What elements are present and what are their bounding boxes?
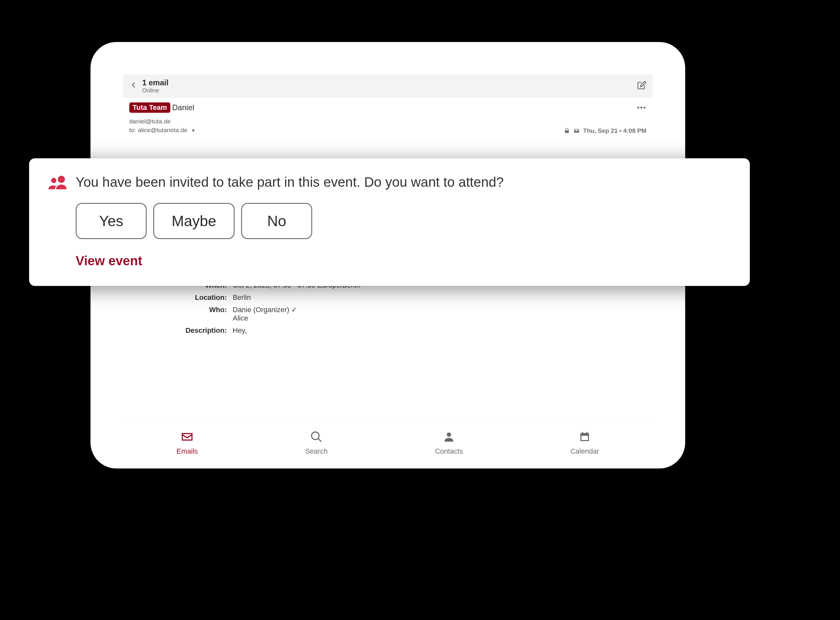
chevron-down-icon: ▼	[191, 128, 196, 133]
to-prefix: to:	[129, 126, 138, 134]
mail-icon	[181, 430, 194, 445]
who-line-2: Alice	[233, 314, 297, 322]
lock-icon	[564, 128, 570, 134]
bottom-nav: Emails Search Contacts Calendar	[123, 422, 653, 468]
nav-emails-label: Emails	[176, 447, 198, 456]
svg-point-4	[51, 178, 56, 183]
who-value: Danie (Organizer) ✓ Alice	[233, 305, 297, 322]
address-block: daniel@tuta.de to: alice@tutanota.de ▼	[129, 117, 564, 134]
popup-header: You have been invited to take part in th…	[48, 175, 730, 190]
person-icon	[443, 430, 455, 445]
to-line[interactable]: to: alice@tutanota.de ▼	[129, 126, 564, 135]
nav-contacts[interactable]: Contacts	[435, 430, 463, 456]
meta-block: Thu, Sep 21 • 4:08 PM	[564, 127, 646, 134]
calendar-icon	[578, 430, 591, 445]
location-value: Berlin	[233, 293, 251, 302]
search-icon	[310, 430, 323, 445]
description-value: Hey,	[233, 326, 247, 335]
maybe-button[interactable]: Maybe	[153, 203, 235, 239]
sender-row: Tuta Team Daniel •••	[123, 98, 653, 117]
view-event-link[interactable]: View event	[75, 254, 730, 268]
svg-point-0	[312, 432, 319, 439]
no-button[interactable]: No	[241, 203, 312, 239]
description-label: Description:	[136, 326, 233, 335]
response-buttons: Yes Maybe No	[75, 203, 730, 239]
nav-calendar-label: Calendar	[571, 447, 599, 456]
sender-name: Daniel	[172, 103, 194, 112]
inbox-icon	[574, 128, 580, 134]
who-label: Who:	[136, 305, 233, 322]
more-options-button[interactable]: •••	[637, 103, 646, 112]
invite-prompt: You have been invited to take part in th…	[75, 175, 504, 190]
address-row: daniel@tuta.de to: alice@tutanota.de ▼ T…	[123, 117, 653, 139]
compose-button[interactable]	[637, 81, 646, 92]
header-subtitle: Online	[142, 87, 637, 94]
from-address: daniel@tuta.de	[129, 117, 564, 126]
email-header-bar: 1 email Online	[123, 74, 653, 98]
svg-point-3	[58, 176, 65, 183]
svg-line-1	[318, 438, 321, 442]
nav-search[interactable]: Search	[305, 430, 328, 456]
who-line-1: Danie (Organizer) ✓	[233, 305, 297, 314]
nav-search-label: Search	[305, 447, 328, 456]
nav-calendar[interactable]: Calendar	[571, 430, 599, 456]
yes-button[interactable]: Yes	[75, 203, 147, 239]
location-label: Location:	[136, 293, 233, 302]
header-title-block: 1 email Online	[142, 78, 637, 94]
sender-badge: Tuta Team	[129, 102, 170, 113]
people-icon	[48, 175, 67, 190]
header-title: 1 email	[142, 78, 637, 87]
svg-point-2	[447, 433, 451, 437]
to-address: alice@tutanota.de	[138, 126, 187, 134]
nav-contacts-label: Contacts	[435, 447, 463, 456]
back-button[interactable]	[129, 81, 142, 92]
nav-emails[interactable]: Emails	[176, 430, 198, 456]
timestamp: Thu, Sep 21 • 4:08 PM	[583, 127, 646, 134]
invite-popup: You have been invited to take part in th…	[29, 158, 750, 286]
